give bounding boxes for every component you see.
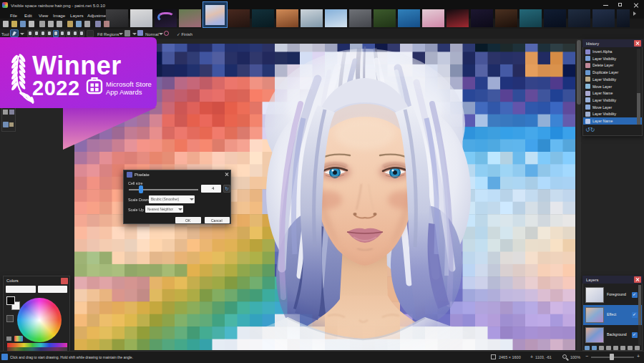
svg-text:Winner: Winner xyxy=(32,51,122,80)
svg-text:2022: 2022 xyxy=(32,77,80,100)
svg-text:Microsoft Store: Microsoft Store xyxy=(106,80,152,88)
svg-text:App Awards: App Awards xyxy=(106,88,142,96)
